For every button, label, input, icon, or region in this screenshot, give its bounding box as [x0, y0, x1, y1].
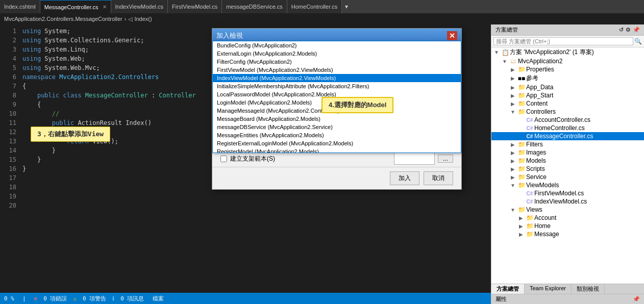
scaffold-checkbox[interactable] — [220, 156, 227, 162]
dropdown-item[interactable]: FilterConfig (MvcApplication2) — [213, 58, 461, 66]
dialog-close-button[interactable]: ✕ — [447, 31, 457, 40]
dialog-footer: 加入 取消 — [212, 167, 461, 189]
dropdown-item[interactable]: InitializeSimpleMembershipAttribute (Mvc… — [213, 82, 461, 90]
dropdown-item[interactable]: RegisterExternalLoginModel (MvcApplicati… — [213, 139, 461, 147]
add-button[interactable]: 加入 — [390, 171, 419, 185]
dialog-title-text: 加入檢視 — [216, 31, 243, 40]
form-model-class: 模型類別(M): ▼ BundleConfig (MvcApplication2… — [220, 116, 453, 138]
dropdown-item[interactable]: FirstViewModel (MvcApplication2.ViewMode… — [213, 66, 461, 74]
dropdown-item[interactable]: ExternalLogin (MvcApplication2.Models) — [213, 49, 461, 58]
scaffold-template-input[interactable] — [394, 153, 435, 165]
dropdown-item-selected[interactable]: IndexViewModel (MvcApplication2.ViewMode… — [213, 74, 461, 82]
dropdown-item[interactable]: MessageEntities (MvcApplication2.Models) — [213, 131, 461, 139]
dropdown-item[interactable]: messageDBService (MvcApplication2.Servic… — [213, 123, 461, 131]
dropdown-item[interactable]: BundleConfig (MvcApplication2) — [213, 41, 461, 49]
dropdown-item[interactable]: MessageBoard (MvcApplication2.Models) — [213, 115, 461, 123]
dropdown-item[interactable]: RegisterModel (MvcApplication2.Models) — [213, 147, 461, 153]
callout-add-view: 3，右鍵點擊添加View — [31, 126, 110, 142]
cancel-button[interactable]: 取消 — [424, 171, 453, 185]
callout-select-model: 4.選擇對應的Model — [321, 97, 393, 113]
dialog-overlay: 加入檢視 ✕ 檢視名稱(N): 檢視引擎(E): Razor (CSHTML) … — [0, 0, 644, 304]
scaffold-label: 建立支架範本(S) — [230, 155, 275, 163]
scaffold-browse-button[interactable]: ... — [438, 155, 453, 163]
dialog-body: 檢視名稱(N): 檢視引擎(E): Razor (CSHTML) ... 建立強… — [212, 43, 461, 148]
